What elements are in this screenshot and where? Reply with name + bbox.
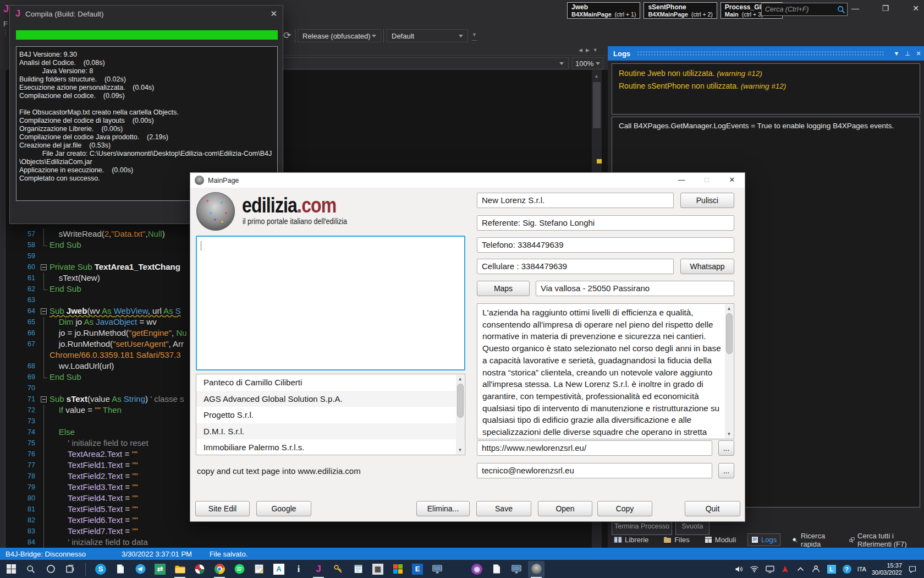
search-icon[interactable]	[835, 3, 847, 15]
info-icon[interactable]: i	[293, 563, 305, 575]
toolbar-mini-dropdown-icon[interactable]: ▼—	[472, 32, 477, 43]
scrollbar-up-icon[interactable]: ▲	[594, 73, 599, 79]
desc-scroll-down-icon[interactable]: ▼	[725, 430, 733, 438]
company-list-item[interactable]: D.M.I. S.r.l.	[196, 423, 465, 440]
store-icon[interactable]	[392, 563, 404, 575]
referent-field[interactable]: Referente: Sig. Stefano Longhi	[477, 215, 734, 231]
company-list-item[interactable]: AGS Advanced Global Solution S.p.A.	[196, 391, 465, 407]
search-box[interactable]: Cerca (Ctrl+F)	[761, 3, 848, 16]
logs-pin-icon[interactable]: ⊥	[902, 50, 913, 57]
e-blue-icon[interactable]: E	[411, 563, 424, 575]
spotify-icon[interactable]	[233, 563, 245, 575]
email-more-button[interactable]: ...	[718, 463, 734, 478]
email-field[interactable]: tecnico@newlorenzsrl.eu	[477, 463, 712, 478]
document-icon[interactable]	[491, 563, 503, 575]
pc-icon[interactable]	[510, 563, 522, 575]
save-button[interactable]: Save	[476, 501, 531, 516]
file-explorer-icon[interactable]	[174, 563, 186, 575]
description-scrollbar[interactable]: ▲ ▼	[725, 304, 733, 438]
website-field[interactable]: https://www.newlorenzsrl.eu/	[477, 440, 712, 456]
volume-icon[interactable]	[734, 564, 744, 574]
restore-button[interactable]: ❐	[877, 1, 894, 17]
notes-textarea[interactable]	[196, 236, 465, 370]
copy-button[interactable]: Copy	[597, 501, 652, 516]
task-view-icon[interactable]	[64, 563, 76, 575]
mainpage-titlebar[interactable]: MainPage — □ ✕	[190, 173, 745, 188]
logs-close-icon[interactable]: ✕	[913, 50, 924, 57]
open-button[interactable]: Open	[538, 501, 592, 516]
compile-dialog-titlebar[interactable]: J Compila (Build: Default) ✕	[10, 6, 283, 22]
panel-tab-ricerca-rapida[interactable]: Ricerca rapida	[789, 530, 837, 550]
company-list-item[interactable]: Panteco di Camillo Ciliberti	[196, 374, 465, 391]
company-list-item[interactable]: Immobiliare Palermo S.r.l.s.	[196, 439, 465, 456]
bookmark-tab-sSentPhone[interactable]: sSentPhoneB4XMainPage (ctrl + 2)	[644, 2, 717, 19]
site-edil-button[interactable]: Site Edil	[195, 501, 250, 516]
user-avatar-icon[interactable]	[530, 563, 542, 575]
scrollbar-thumb[interactable]	[593, 82, 601, 128]
address-field[interactable]: Via vallosa - 25050 Passirano	[536, 281, 734, 296]
display-icon[interactable]	[765, 564, 775, 574]
remote-desktop-icon[interactable]: ⇄	[154, 563, 166, 575]
wifi-icon[interactable]	[750, 564, 760, 574]
desc-scroll-thumb[interactable]	[726, 313, 733, 354]
logs-dropdown-icon[interactable]: ▼	[891, 50, 902, 57]
refresh-icon[interactable]: ⟳	[283, 30, 291, 41]
mainpage-maximize-button[interactable]: □	[694, 173, 719, 188]
company-field[interactable]: New Lorenz S.r.l.	[477, 193, 674, 208]
telegram-icon[interactable]	[134, 563, 146, 575]
l-app-icon[interactable]: L	[827, 564, 837, 574]
clock[interactable]: 15:3730/03/2022	[872, 562, 902, 576]
chevron-up-icon[interactable]	[796, 564, 806, 574]
skype-icon[interactable]: S	[95, 563, 107, 575]
panel-tab-logs[interactable]: Logs	[747, 533, 780, 546]
companies-list[interactable]: Panteco di Camillo CilibertiAGS Advanced…	[196, 374, 465, 455]
calculator-icon[interactable]: ▦	[372, 563, 384, 575]
compile-dialog-close-icon[interactable]: ✕	[270, 9, 277, 19]
notification-icon[interactable]	[908, 564, 917, 574]
run-mode-dropdown[interactable]: Default	[387, 29, 468, 42]
panel-tab-files[interactable]: Files	[660, 534, 692, 546]
maps-button[interactable]: Maps	[477, 281, 530, 296]
letter-a-icon[interactable]: A	[273, 563, 285, 575]
description-textarea[interactable]: L'azienda ha raggiunto ottimi livelli di…	[477, 303, 734, 439]
notepad-file-icon[interactable]	[114, 563, 127, 575]
list-scrollbar[interactable]: ▲ ▼	[456, 375, 464, 454]
monitor-icon[interactable]	[431, 563, 443, 575]
editor-nav-arrows[interactable]: ◀▶▼	[579, 47, 601, 53]
whatsapp-button[interactable]: Whatsapp	[680, 259, 734, 274]
company-list-item[interactable]: Progetto S.r.l.	[196, 407, 465, 423]
website-more-button[interactable]: ...	[718, 440, 734, 456]
phone-field[interactable]: Telefono: 3384479639	[477, 237, 734, 253]
list-scroll-up-icon[interactable]: ▲	[456, 375, 464, 383]
b4j-icon[interactable]: J	[312, 563, 324, 575]
language-indicator[interactable]: ITA	[857, 566, 866, 572]
elimina-button[interactable]: Elimina...	[416, 501, 470, 516]
panel-tab-cerca-tutti-i-riferimenti-f7-[interactable]: Cerca tutti i Riferimenti (F7)	[845, 530, 924, 550]
pulisci-button[interactable]: Pulisci	[680, 193, 734, 208]
close-button[interactable]: ✕	[908, 1, 924, 17]
search-icon[interactable]	[25, 563, 37, 575]
quit-button[interactable]: Quit	[685, 501, 740, 516]
media-icon[interactable]: ◉	[471, 563, 483, 575]
chrome-icon[interactable]	[213, 563, 226, 575]
mainpage-minimize-button[interactable]: —	[669, 173, 694, 188]
keys-icon[interactable]	[332, 563, 344, 575]
panel-tab-moduli[interactable]: Moduli	[701, 534, 739, 546]
list-scroll-thumb[interactable]	[457, 384, 464, 418]
panel-tab-librerie[interactable]: Librerie	[610, 534, 652, 546]
google-button[interactable]: Google	[256, 501, 311, 516]
mainpage-close-button[interactable]: ✕	[719, 173, 745, 188]
desc-scroll-up-icon[interactable]: ▲	[725, 304, 733, 313]
start-button[interactable]	[5, 563, 17, 575]
cortana-icon[interactable]	[45, 563, 57, 575]
logs-panel-header[interactable]: Logs ▼ ⊥ ✕	[608, 46, 924, 61]
people-icon[interactable]	[811, 564, 821, 574]
bookmark-tab-Jweb[interactable]: JwebB4XMainPage (ctrl + 1)	[567, 2, 640, 19]
minimize-button[interactable]: —	[847, 1, 864, 17]
help-icon[interactable]: ?	[842, 564, 852, 574]
build-config-dropdown[interactable]: Release (obfuscated)	[298, 29, 381, 42]
list-scroll-down-icon[interactable]: ▼	[456, 446, 464, 454]
maps-pin-icon[interactable]	[194, 563, 206, 575]
notes-icon[interactable]	[352, 563, 364, 575]
antivirus-icon[interactable]	[780, 564, 790, 574]
